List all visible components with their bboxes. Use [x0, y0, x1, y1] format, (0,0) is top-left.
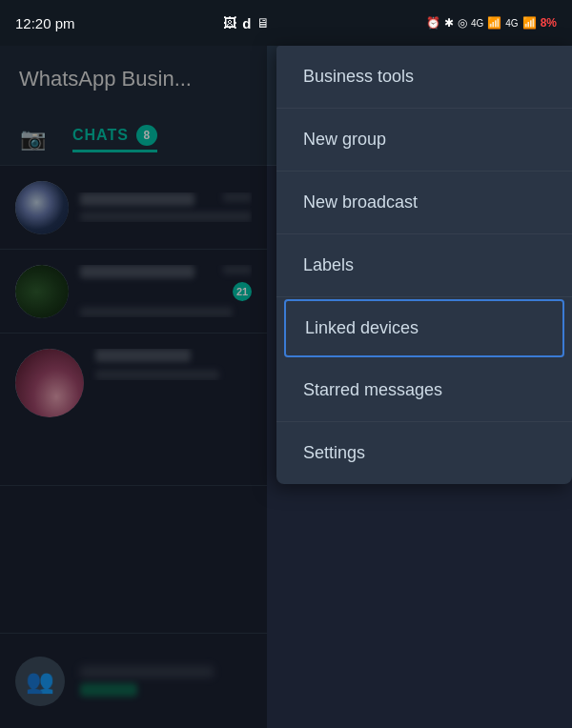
status-bar: 12:20 pm 🖼 d 🖥 ⏰ ✱ ◎ 4G 📶 4G 📶 8%	[0, 0, 572, 46]
status-right-icons: ⏰ ✱ ◎ 4G 📶 4G 📶 8%	[426, 16, 557, 30]
menu-item-new-group[interactable]: New group	[276, 109, 572, 172]
alarm-icon: ⏰	[426, 16, 440, 30]
dropdown-menu: Business tools New group New broadcast L…	[276, 46, 572, 484]
d-icon: d	[242, 15, 251, 31]
status-time: 12:20 pm	[15, 15, 75, 31]
menu-item-starred-messages[interactable]: Starred messages	[276, 359, 572, 422]
menu-item-labels[interactable]: Labels	[276, 234, 572, 297]
bluetooth-icon: ✱	[444, 16, 454, 30]
screen-icon: 🖥	[256, 15, 270, 30]
hotspot-icon: ◎	[458, 16, 467, 30]
4g-2-icon: 4G	[505, 18, 518, 29]
menu-item-business-tools[interactable]: Business tools	[276, 46, 572, 109]
signal-1-icon: 📶	[487, 16, 501, 30]
app-area: WhatsApp Busin... 📷 CHATS 8	[0, 46, 572, 728]
gallery-icon: 🖼	[223, 15, 236, 30]
battery-icon: 8%	[541, 16, 557, 30]
status-media-icons: 🖼 d 🖥	[223, 15, 270, 31]
dim-overlay	[0, 46, 267, 728]
4g-1-icon: 4G	[471, 18, 483, 29]
signal-2-icon: 📶	[522, 16, 537, 30]
menu-item-new-broadcast[interactable]: New broadcast	[276, 172, 572, 234]
menu-item-linked-devices[interactable]: Linked devices	[284, 299, 564, 357]
menu-item-settings[interactable]: Settings	[276, 422, 572, 484]
